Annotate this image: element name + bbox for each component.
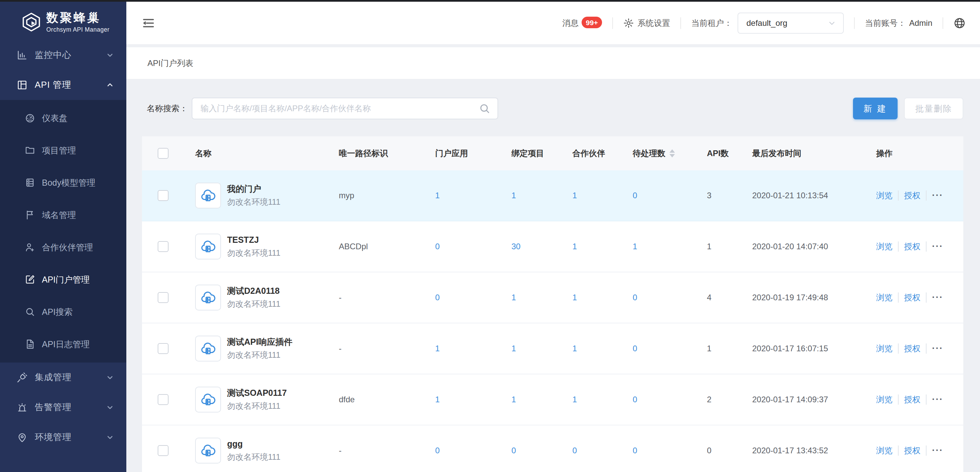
more-actions-button[interactable]: ··· bbox=[932, 397, 943, 402]
authorize-link[interactable]: 授权 bbox=[904, 292, 920, 303]
portal-cloud-server-icon bbox=[195, 285, 221, 310]
partners-link[interactable]: 1 bbox=[573, 293, 577, 302]
select-all-checkbox[interactable] bbox=[158, 148, 169, 159]
sort-carets-icon[interactable] bbox=[670, 149, 675, 157]
partners-link-cell: 0 bbox=[569, 446, 629, 455]
portal-name: 我的门户 bbox=[227, 184, 280, 194]
path-cell: - bbox=[336, 344, 432, 353]
bound-projects-link[interactable]: 0 bbox=[511, 446, 516, 455]
more-actions-button[interactable]: ··· bbox=[932, 448, 943, 453]
portal-apps-link[interactable]: 1 bbox=[435, 344, 440, 353]
sidebar-item-integration-management[interactable]: 集成管理 bbox=[0, 363, 126, 393]
messages-link[interactable]: 消息 99+ bbox=[562, 17, 602, 29]
row-checkbox[interactable] bbox=[158, 394, 169, 405]
tenant-select[interactable]: default_org bbox=[738, 13, 844, 34]
view-link[interactable]: 浏览 bbox=[876, 241, 892, 252]
portal-apps-link[interactable]: 0 bbox=[435, 242, 440, 251]
partners-link[interactable]: 1 bbox=[573, 344, 577, 353]
portal-name: 测试API响应插件 bbox=[227, 337, 293, 347]
published-at-cell: 2020-01-17 14:09:37 bbox=[749, 395, 873, 404]
divider bbox=[898, 394, 899, 405]
portal-environment: 勿改名环境111 bbox=[227, 299, 280, 309]
more-actions-button[interactable]: ··· bbox=[932, 193, 943, 198]
portal-apps-link[interactable]: 1 bbox=[435, 191, 440, 200]
system-settings-link[interactable]: 系统设置 bbox=[623, 18, 670, 29]
view-link[interactable]: 浏览 bbox=[876, 394, 892, 405]
portal-cloud-server-icon bbox=[195, 438, 221, 464]
col-label: 名称 bbox=[195, 148, 212, 159]
create-button[interactable]: 新 建 bbox=[853, 98, 897, 119]
more-actions-button[interactable]: ··· bbox=[932, 295, 943, 300]
pending-count-link[interactable]: 0 bbox=[633, 395, 637, 404]
sidebar-item-api-log-management[interactable]: API日志管理 bbox=[0, 328, 126, 361]
sidebar-item-dashboard[interactable]: 仪表盘 bbox=[0, 102, 126, 134]
portal-apps-link-cell: 1 bbox=[432, 344, 508, 353]
col-api-count: API数 bbox=[703, 148, 749, 159]
bound-projects-link[interactable]: 1 bbox=[511, 344, 516, 353]
sidebar-item-api-management[interactable]: API 管理 bbox=[0, 70, 126, 100]
search-input[interactable] bbox=[192, 104, 498, 113]
bound-projects-link-cell: 0 bbox=[508, 446, 569, 455]
row-checkbox[interactable] bbox=[158, 190, 169, 201]
bound-projects-link[interactable]: 1 bbox=[511, 395, 516, 404]
view-link[interactable]: 浏览 bbox=[876, 343, 892, 354]
sidebar-item-api-search[interactable]: API搜索 bbox=[0, 296, 126, 328]
pending-count-link[interactable]: 0 bbox=[633, 446, 637, 455]
sidebar-item-monitor-center[interactable]: 监控中心 bbox=[0, 40, 126, 70]
header: 消息 99+ 系统设置 当前租户： default_org bbox=[126, 2, 980, 44]
row-checkbox[interactable] bbox=[158, 292, 169, 303]
authorize-link[interactable]: 授权 bbox=[904, 343, 920, 354]
sidebar-item-label: API 管理 bbox=[35, 79, 106, 91]
portal-apps-link-cell: 0 bbox=[432, 293, 508, 302]
more-actions-button[interactable]: ··· bbox=[932, 244, 943, 249]
view-link[interactable]: 浏览 bbox=[876, 190, 892, 201]
partners-link[interactable]: 1 bbox=[573, 242, 577, 251]
partners-link[interactable]: 1 bbox=[573, 191, 577, 200]
row-checkbox[interactable] bbox=[158, 343, 169, 354]
col-label: 待处理数 bbox=[633, 148, 665, 159]
menu-fold-icon[interactable] bbox=[141, 16, 156, 30]
header-right: 消息 99+ 系统设置 当前租户： default_org bbox=[562, 13, 966, 34]
portal-name-cell: 测试API响应插件勿改名环境111 bbox=[186, 336, 336, 361]
partners-link[interactable]: 0 bbox=[573, 446, 577, 455]
view-link[interactable]: 浏览 bbox=[876, 445, 892, 456]
pending-count-link[interactable]: 1 bbox=[633, 242, 637, 251]
message-count-badge: 99+ bbox=[582, 17, 602, 28]
sidebar-item-domain-management[interactable]: 域名管理 bbox=[0, 199, 126, 231]
partners-link[interactable]: 1 bbox=[573, 395, 577, 404]
pending-count-link[interactable]: 0 bbox=[633, 344, 637, 353]
authorize-link[interactable]: 授权 bbox=[904, 445, 920, 456]
row-checkbox[interactable] bbox=[158, 241, 169, 252]
portal-environment: 勿改名环境111 bbox=[227, 451, 280, 462]
pending-count-link[interactable]: 0 bbox=[633, 293, 637, 302]
sidebar-item-body-model-management[interactable]: Body模型管理 bbox=[0, 166, 126, 199]
authorize-link[interactable]: 授权 bbox=[904, 190, 920, 201]
search-icon[interactable] bbox=[479, 102, 491, 115]
sidebar-item-environment-management[interactable]: 环境管理 bbox=[0, 422, 126, 452]
breadcrumb: API门户列表 bbox=[148, 58, 193, 69]
row-checkbox[interactable] bbox=[158, 445, 169, 456]
sidebar-item-partner-management[interactable]: 合作伙伴管理 bbox=[0, 231, 126, 263]
sidebar-item-project-management[interactable]: 项目管理 bbox=[0, 134, 126, 166]
globe-icon[interactable] bbox=[953, 17, 966, 29]
col-name: 名称 bbox=[186, 148, 336, 159]
portal-name-block: TESTZJ勿改名环境111 bbox=[227, 234, 280, 258]
portal-apps-link[interactable]: 0 bbox=[435, 293, 440, 302]
portal-environment: 勿改名环境111 bbox=[227, 247, 280, 258]
sidebar-item-api-portal-management[interactable]: API门户管理 bbox=[0, 263, 126, 296]
bound-projects-link[interactable]: 1 bbox=[511, 293, 516, 302]
bound-projects-link[interactable]: 1 bbox=[511, 191, 516, 200]
portal-apps-link[interactable]: 0 bbox=[435, 446, 440, 455]
more-actions-button[interactable]: ··· bbox=[932, 346, 943, 351]
authorize-link[interactable]: 授权 bbox=[904, 241, 920, 252]
batch-delete-button[interactable]: 批量删除 bbox=[904, 98, 963, 119]
portal-apps-link-cell: 1 bbox=[432, 191, 508, 200]
brand[interactable]: 数聚蜂巢 Orchsym API Manager bbox=[0, 2, 126, 40]
authorize-link[interactable]: 授权 bbox=[904, 394, 920, 405]
pending-count-link[interactable]: 0 bbox=[633, 191, 637, 200]
sidebar-item-alert-management[interactable]: 告警管理 bbox=[0, 393, 126, 422]
view-link[interactable]: 浏览 bbox=[876, 292, 892, 303]
col-label: 最后发布时间 bbox=[752, 148, 801, 159]
portal-apps-link[interactable]: 1 bbox=[435, 395, 440, 404]
bound-projects-link[interactable]: 30 bbox=[511, 242, 521, 251]
